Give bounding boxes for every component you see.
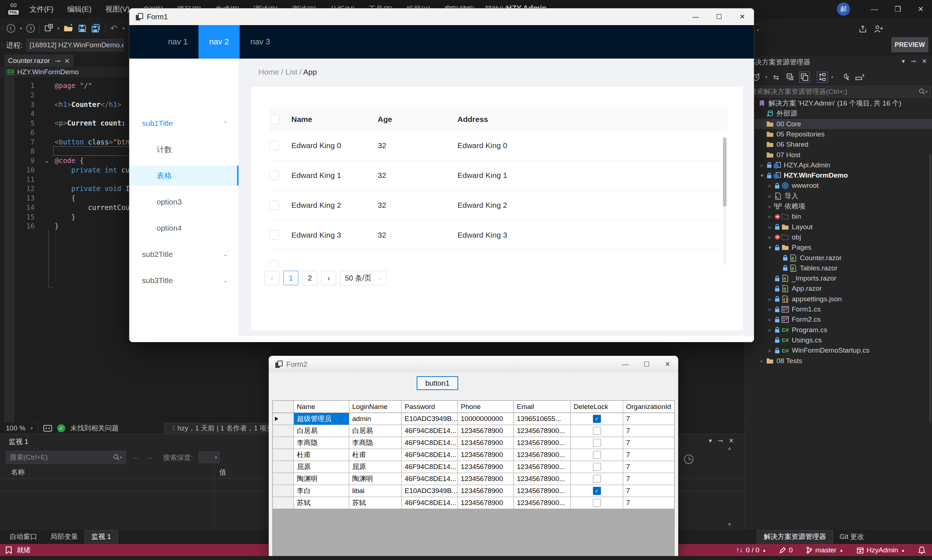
tree-item-appsettings.json[interactable]: ▹{}appsettings.json <box>745 294 932 304</box>
tab-Git 更改[interactable]: Git 更改 <box>833 530 871 543</box>
breadcrumb-List[interactable]: List <box>285 68 298 76</box>
tree-item-外部源[interactable]: 外部源 <box>745 108 932 118</box>
pagination-prev-button[interactable]: ‹ <box>264 271 279 285</box>
tree-item-_Imports.razor[interactable]: @_Imports.razor <box>745 273 932 283</box>
expander-closed-icon[interactable]: ▹ <box>766 214 773 219</box>
expander-closed-icon[interactable]: ▹ <box>766 348 773 353</box>
cell-password[interactable]: E10ADC3949B... <box>402 413 458 425</box>
row-selector-cell[interactable] <box>273 485 294 497</box>
pagination-page-2[interactable]: 2 <box>302 271 317 285</box>
tree-item-HZY.WinFormDemo[interactable]: ▾HZY.WinFormDemo <box>745 170 932 180</box>
expander-closed-icon[interactable]: ▹ <box>766 193 773 199</box>
expander-closed-icon[interactable]: ▹ <box>766 317 773 322</box>
row-selector-cell[interactable] <box>273 437 294 449</box>
cell-org[interactable]: 7 <box>623 449 674 461</box>
sidebar-item-sub2Title[interactable]: sub2Title⌄ <box>129 244 239 264</box>
tree-item-Usings.cs[interactable]: C#Usings.cs <box>745 335 932 345</box>
cell-email[interactable]: 12345678900... <box>514 437 571 449</box>
chevron-down-icon[interactable]: ▾ <box>123 26 125 31</box>
expander-open-icon[interactable]: ▾ <box>766 245 773 250</box>
tree-item-解决方案 'HZY.Admin' (16 个项目, 共 16 个)[interactable]: 解决方案 'HZY.Admin' (16 个项目, 共 16 个) <box>745 98 932 108</box>
expander-closed-icon[interactable]: ▹ <box>766 224 773 230</box>
cell-deletelock[interactable] <box>571 473 623 485</box>
pin-icon[interactable]: ⊸ <box>911 57 916 65</box>
expander-closed-icon[interactable]: ▹ <box>766 306 773 312</box>
form1-title-bar[interactable]: Form1 — ☐ ✕ <box>129 8 754 25</box>
page-size-select[interactable]: 50 条/页⌄ <box>340 271 386 285</box>
grid-column-header-LoginName[interactable]: LoginName <box>349 401 402 413</box>
search-depth-dropdown[interactable]: ▾ <box>199 452 220 463</box>
show-all-files-icon[interactable] <box>817 72 828 83</box>
expander-closed-icon[interactable]: ▹ <box>766 183 773 188</box>
cell-name[interactable]: 陶渊明 <box>294 473 349 485</box>
cell-deletelock[interactable] <box>571 497 623 509</box>
expander-closed-icon[interactable]: ▹ <box>758 358 765 364</box>
sync-status[interactable]: ↑↓ 0 / 0 ▲ <box>736 546 766 554</box>
project-dropdown[interactable]: HZY.WinFormDemo <box>17 68 79 76</box>
tree-item-00 Core[interactable]: 00 Core <box>745 119 932 129</box>
cell-email[interactable]: 12345678900... <box>514 473 571 485</box>
tree-item-bin[interactable]: ▹bin <box>745 211 932 222</box>
menu-item-编辑(E)[interactable]: 编辑(E) <box>60 0 99 18</box>
tree-item-Tables.razor[interactable]: @Tables.razor <box>745 263 932 273</box>
checkbox-unchecked[interactable] <box>593 475 601 483</box>
row-selector-cell[interactable] <box>273 413 294 425</box>
tree-item-WinFormDemoStartup.cs[interactable]: ▹C#WinFormDemoStartup.cs <box>745 345 932 355</box>
cell-name[interactable]: 李商隐 <box>294 437 349 449</box>
cell-org[interactable]: 7 <box>623 497 674 509</box>
editor-tab-counter-razor[interactable]: Counter.razor ⊸ ✕ <box>5 55 74 67</box>
cell-phone[interactable]: 12345678900 <box>458 437 514 449</box>
expander-closed-icon[interactable]: ▹ <box>766 203 773 209</box>
breadcrumb-Home[interactable]: Home <box>259 68 279 76</box>
cell-email[interactable]: 12345678900... <box>514 425 571 437</box>
grid-column-header-Name[interactable]: Name <box>294 401 349 413</box>
expander-closed-icon[interactable]: ▹ <box>766 234 773 240</box>
cell-deletelock[interactable]: ✓ <box>571 485 623 497</box>
sidebar-item-option4[interactable]: option4 <box>129 218 239 238</box>
checkbox-unchecked[interactable] <box>593 427 601 435</box>
cell-email[interactable]: 12345678900... <box>514 449 571 461</box>
cell-login[interactable]: libai <box>349 485 402 497</box>
tree-item-HZY.Api.Admin[interactable]: ▹HZY.Api.Admin <box>745 160 932 170</box>
zoom-level-dropdown[interactable]: 100 % <box>6 424 26 432</box>
preview-selected-items-icon[interactable] <box>855 72 866 83</box>
form1-minimize-button[interactable]: — <box>684 8 707 25</box>
row-checkbox[interactable] <box>270 141 279 150</box>
cell-deletelock[interactable] <box>571 425 623 437</box>
chevron-down-icon[interactable]: ▾ <box>831 75 833 80</box>
chevron-down-icon[interactable]: ▾ <box>57 26 59 31</box>
pagination-next-button[interactable]: › <box>321 271 336 285</box>
checkbox-checked[interactable]: ✓ <box>593 487 601 495</box>
sidebar-item-sub3Title[interactable]: sub3Title⌄ <box>129 270 239 290</box>
cell-login[interactable]: 陶渊明 <box>349 473 402 485</box>
nav-tab-nav 2[interactable]: nav 2 <box>199 25 240 58</box>
wrench-icon[interactable] <box>840 72 851 83</box>
tree-item-App.razor[interactable]: @App.razor <box>745 283 932 294</box>
cell-phone[interactable]: 10000000000 <box>458 413 514 425</box>
expander-open-icon[interactable]: ▾ <box>758 172 765 178</box>
form1-maximize-button[interactable]: ☐ <box>707 8 731 25</box>
tab-监视 1[interactable]: 监视 1 <box>85 530 118 543</box>
close-icon[interactable]: ✕ <box>729 437 734 445</box>
cell-deletelock[interactable] <box>571 461 623 473</box>
cell-login[interactable]: 白居易 <box>349 425 402 437</box>
window-position-icon[interactable]: ▾ <box>709 437 712 445</box>
cell-name[interactable]: 屈原 <box>294 461 349 473</box>
tree-item-obj[interactable]: ▹obj <box>745 232 932 242</box>
tree-item-Pages[interactable]: ▾Pages <box>745 242 932 252</box>
cell-password[interactable]: 46F94C8DE14... <box>402 497 458 509</box>
tab-自动窗口[interactable]: 自动窗口 <box>3 530 44 543</box>
cell-password[interactable]: 46F94C8DE14... <box>402 461 458 473</box>
cell-email[interactable]: 12345678900... <box>514 461 571 473</box>
cell-email[interactable]: 12345678900... <box>514 497 571 509</box>
tree-item-05 Repositories[interactable]: 05 Repositories <box>745 129 932 139</box>
window-position-icon[interactable]: ▾ <box>902 57 905 65</box>
cell-password[interactable]: 46F94C8DE14... <box>402 437 458 449</box>
document-health-icon[interactable] <box>43 425 52 432</box>
navigate-back-icon[interactable] <box>6 23 16 34</box>
cell-name[interactable]: 超级管理员 <box>294 413 349 425</box>
column-header-name[interactable]: Name <box>292 108 312 131</box>
grid-column-header-OrganizationId[interactable]: OrganizationId <box>623 401 674 413</box>
row-checkbox[interactable] <box>270 230 279 240</box>
checkbox-unchecked[interactable] <box>593 499 601 507</box>
